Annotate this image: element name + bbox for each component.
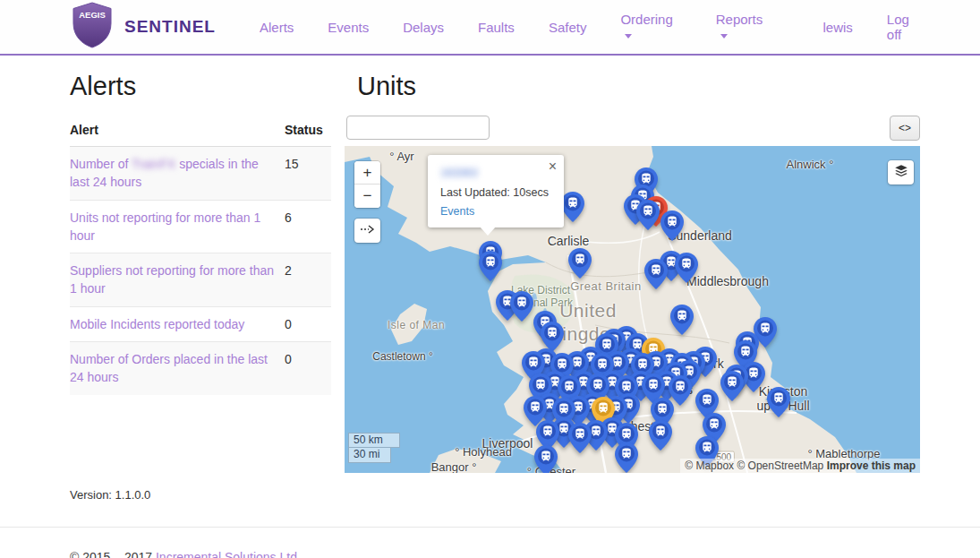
unit-pin[interactable] bbox=[561, 192, 584, 222]
unit-pin[interactable] bbox=[767, 387, 790, 417]
col-alert: Alert bbox=[70, 116, 285, 147]
brand[interactable]: AEGIS SENTINEL bbox=[70, 2, 216, 52]
popup-close-icon[interactable]: × bbox=[549, 158, 557, 175]
nav-safety[interactable]: Safety bbox=[532, 20, 604, 35]
mapbox-attribution-link[interactable]: © Mapbox bbox=[685, 459, 737, 472]
units-filter-input[interactable] bbox=[346, 116, 490, 140]
app-title: SENTINEL bbox=[124, 17, 216, 37]
map-label: Castletown ° bbox=[372, 350, 433, 363]
unit-pin[interactable] bbox=[479, 251, 502, 281]
unit-pin[interactable] bbox=[534, 445, 558, 473]
alert-row: Suppliers not reporting for more than 1 … bbox=[70, 253, 331, 307]
log-off-link[interactable]: Log off bbox=[853, 12, 926, 42]
map-label: ° Holyhead bbox=[455, 445, 512, 459]
alerts-table-body: Number of TrainFX specials in the last 2… bbox=[70, 147, 331, 395]
alert-link[interactable]: Number of TrainFX specials in the last 2… bbox=[70, 157, 259, 189]
copyright: © 2015 – 2017 Incremental Solutions Ltd bbox=[0, 528, 980, 558]
map-label: Isle of Man bbox=[388, 319, 445, 331]
nav-delays[interactable]: Delays bbox=[386, 20, 461, 35]
unit-pin[interactable] bbox=[568, 423, 592, 453]
popup-last-updated: Last Updated: 10secs bbox=[440, 186, 551, 199]
alert-row: Units not reporting for more than 1 hour… bbox=[70, 200, 331, 253]
nav-alerts[interactable]: Alerts bbox=[243, 20, 311, 35]
unit-pin[interactable] bbox=[670, 305, 694, 335]
alerts-table: Alert Status Number of TrainFX specials … bbox=[70, 116, 331, 395]
map-label: Great Britain bbox=[570, 279, 641, 293]
map-label: Carlisle bbox=[548, 234, 590, 248]
alert-link[interactable]: Units not reporting for more than 1 hour bbox=[70, 210, 260, 243]
map-zoom-control: + − bbox=[354, 161, 380, 208]
unit-pin[interactable] bbox=[644, 259, 668, 289]
main-nav: AlertsEventsDelaysFaultsSafetyOrderingRe… bbox=[243, 12, 789, 42]
main-content: Alerts Alert Status Number of TrainFX sp… bbox=[0, 56, 980, 502]
unit-pin[interactable] bbox=[568, 248, 592, 279]
navbar: AEGIS SENTINEL AlertsEventsDelaysFaultsS… bbox=[0, 0, 980, 56]
nav-events[interactable]: Events bbox=[311, 20, 386, 35]
unit-pin[interactable] bbox=[649, 420, 672, 451]
alert-row: Mobile Incidents reported today0 bbox=[70, 306, 331, 341]
alerts-heading: Alerts bbox=[70, 72, 331, 101]
units-toolbar: <> bbox=[346, 116, 920, 141]
layers-icon bbox=[893, 163, 909, 182]
unit-pin[interactable] bbox=[660, 210, 684, 241]
aegis-shield-logo: AEGIS bbox=[70, 2, 115, 52]
caret-down-icon bbox=[720, 34, 728, 39]
map-label: Middlesbrough bbox=[686, 274, 769, 288]
alert-status: 15 bbox=[285, 147, 331, 201]
alert-link[interactable]: Mobile Incidents reported today bbox=[70, 317, 244, 331]
alert-status: 0 bbox=[285, 306, 331, 341]
nav-right: lewis Log off bbox=[789, 12, 927, 42]
improve-map-link[interactable]: Improve this map bbox=[827, 459, 916, 472]
alert-status: 2 bbox=[285, 253, 331, 307]
unit-popup: × 163363 Last Updated: 10secs Events bbox=[428, 155, 564, 227]
unit-pin[interactable] bbox=[720, 371, 744, 401]
toggle-view-button[interactable]: <> bbox=[890, 116, 920, 141]
nav-reports[interactable]: Reports bbox=[699, 12, 789, 42]
dashed-arrow-icon bbox=[360, 224, 375, 237]
units-panel: Units <> bbox=[345, 72, 920, 502]
unit-pin[interactable] bbox=[615, 442, 638, 473]
popup-unit-id-link[interactable]: 163363 bbox=[440, 167, 478, 179]
nav-faults[interactable]: Faults bbox=[461, 20, 532, 35]
copyright-text: © 2015 – 2017 bbox=[70, 550, 156, 558]
alerts-panel: Alerts Alert Status Number of TrainFX sp… bbox=[70, 72, 331, 502]
map-label: ° Ayr bbox=[389, 150, 413, 163]
user-menu[interactable]: lewis bbox=[789, 20, 853, 35]
unit-pin[interactable] bbox=[636, 200, 660, 230]
map-attribution: © Mapbox © OpenStreetMap Improve this ma… bbox=[680, 459, 920, 473]
alert-status: 0 bbox=[285, 342, 331, 395]
polyline-tool-button[interactable] bbox=[354, 219, 380, 243]
scale-mi: 30 mi bbox=[348, 448, 391, 463]
svg-text:AEGIS: AEGIS bbox=[79, 10, 106, 20]
units-heading: Units bbox=[357, 72, 920, 101]
layers-button[interactable] bbox=[888, 160, 914, 185]
alert-row: Number of Orders placed in the last 24 h… bbox=[70, 342, 331, 395]
map-label: Bangor ° bbox=[431, 460, 477, 474]
units-map[interactable]: ° AyrAlnwick °CarlisleSunderlandMiddlesb… bbox=[345, 146, 920, 473]
osm-attribution-link[interactable]: © OpenStreetMap bbox=[737, 459, 826, 472]
unit-pin[interactable] bbox=[541, 322, 564, 352]
popup-events-link[interactable]: Events bbox=[440, 205, 474, 218]
map-label: Alnwick ° bbox=[787, 158, 834, 171]
scale-km: 50 km bbox=[348, 433, 400, 448]
unit-pin[interactable] bbox=[675, 253, 698, 283]
zoom-in-button[interactable]: + bbox=[354, 161, 380, 185]
alert-status: 6 bbox=[285, 200, 331, 253]
zoom-out-button[interactable]: − bbox=[354, 185, 380, 208]
alert-link[interactable]: Suppliers not reporting for more than 1 … bbox=[70, 263, 274, 296]
unit-pin[interactable] bbox=[510, 291, 533, 322]
alert-row: Number of TrainFX specials in the last 2… bbox=[70, 147, 331, 201]
alert-link[interactable]: Number of Orders placed in the last 24 h… bbox=[70, 352, 268, 384]
version-label: Version: 1.1.0.0 bbox=[70, 488, 331, 502]
redacted-text: TrainFX bbox=[132, 157, 175, 171]
company-link[interactable]: Incremental Solutions Ltd bbox=[156, 550, 297, 558]
caret-down-icon bbox=[625, 34, 632, 39]
col-status: Status bbox=[285, 116, 331, 147]
nav-ordering[interactable]: Ordering bbox=[603, 12, 698, 42]
